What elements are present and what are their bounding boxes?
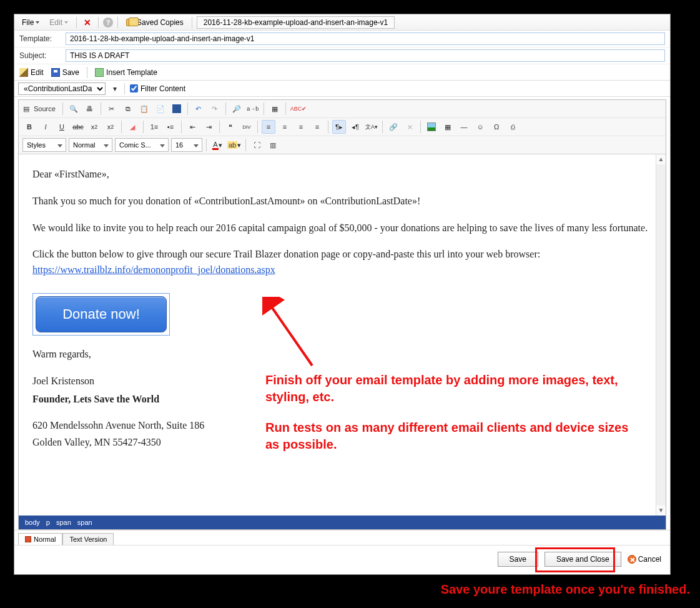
path-item[interactable]: span — [56, 519, 71, 526]
maximize-icon[interactable]: ⛶ — [250, 138, 264, 152]
email-body-editor[interactable]: ▲ ▼ Dear «FirstName», Thank you so much … — [19, 154, 666, 516]
ordered-list-icon[interactable]: 1≡ — [147, 120, 161, 134]
template-input[interactable] — [66, 32, 665, 45]
spellcheck-icon[interactable]: ABC✔ — [290, 102, 308, 116]
undo-icon[interactable]: ↶ — [192, 102, 205, 116]
file-menu-label: File — [22, 18, 34, 27]
rte-toolbar-row-2: B I U abc x2 x2 ◢ 1≡ •≡ ⇤ ⇥ ❝ DIV ≡ ≡ — [19, 117, 666, 136]
save-button[interactable]: Save — [51, 68, 79, 77]
align-right-icon[interactable]: ≡ — [294, 120, 308, 134]
insert-template-label: Insert Template — [106, 68, 157, 77]
cut-icon[interactable]: ✂ — [105, 102, 119, 116]
paste-word-icon[interactable] — [170, 102, 184, 116]
delete-icon[interactable]: ✕ — [81, 17, 94, 27]
separator — [187, 102, 188, 115]
filter-content-toggle[interactable]: Filter Content — [130, 84, 185, 93]
align-justify-icon[interactable]: ≡ — [310, 120, 324, 134]
italic-icon[interactable]: I — [39, 120, 52, 134]
edit-menu[interactable]: Edit — [46, 17, 72, 28]
page-break-icon[interactable]: ⎙ — [506, 120, 520, 134]
paste-icon[interactable]: 📋 — [137, 102, 151, 116]
language-icon[interactable]: 文A▾ — [365, 120, 378, 134]
superscript-icon[interactable]: x2 — [104, 120, 117, 134]
file-menu[interactable]: File — [18, 17, 43, 28]
cancel-button[interactable]: Cancel — [628, 555, 661, 564]
div-icon[interactable]: DIV — [240, 120, 254, 134]
bg-color-icon[interactable]: ab▾ — [227, 138, 242, 152]
replace-icon[interactable]: a→b — [246, 102, 260, 116]
table-icon[interactable]: ▦ — [441, 120, 455, 134]
select-all-icon[interactable]: ▦ — [268, 102, 282, 116]
merge-field-dropdown[interactable]: «ContributionLastDate — [18, 82, 106, 95]
donation-link[interactable]: https://www.trailblz.info/demononprofit_… — [32, 264, 275, 275]
strikethrough-icon[interactable]: abc — [71, 120, 85, 134]
rte-toolbar-row-3: Styles Normal Comic S... 16 A▾ ab▾ ⛶ ▥ — [19, 136, 666, 154]
paste-text-icon[interactable]: 📄 — [154, 102, 167, 116]
chevron-down-icon — [36, 21, 39, 24]
edit-menu-label: Edit — [49, 18, 62, 27]
scroll-down-icon[interactable]: ▼ — [656, 506, 666, 516]
find-icon[interactable]: 🔎 — [230, 102, 244, 116]
document-title-tab: 2016-11-28-kb-example-upload-and-insert-… — [197, 16, 395, 29]
email-closing: Warm regards, — [32, 347, 652, 362]
ltr-icon[interactable]: ¶▸ — [332, 120, 346, 134]
filter-content-checkbox[interactable] — [130, 84, 138, 92]
align-center-icon[interactable]: ≡ — [278, 120, 292, 134]
print-icon[interactable]: 🖶 — [83, 102, 97, 116]
font-combo[interactable]: Comic S... — [115, 138, 169, 152]
path-item[interactable]: span — [77, 519, 92, 526]
show-blocks-icon[interactable]: ▥ — [266, 138, 280, 152]
donate-image-selection[interactable]: Donate now! — [32, 293, 170, 336]
separator — [76, 17, 77, 28]
save-button[interactable]: Save — [498, 552, 538, 567]
separator — [87, 67, 87, 78]
underline-icon[interactable]: U — [55, 120, 69, 134]
path-item[interactable]: body — [25, 519, 40, 526]
edit-button[interactable]: Edit — [19, 68, 44, 77]
separator — [101, 102, 101, 115]
source-button[interactable]: ▤ Source — [22, 102, 59, 116]
donate-now-button[interactable]: Donate now! — [36, 296, 167, 332]
save-and-close-button[interactable]: Save and Close — [545, 552, 621, 567]
redo-icon[interactable]: ↷ — [208, 102, 222, 116]
insert-template-button[interactable]: Insert Template — [95, 68, 157, 77]
dialog-footer: Save Save and Close Cancel — [14, 545, 670, 574]
scrollbar[interactable]: ▲ ▼ — [656, 154, 666, 516]
subscript-icon[interactable]: x2 — [87, 120, 101, 134]
separator — [143, 121, 144, 133]
align-left-icon[interactable]: ≡ — [262, 120, 275, 134]
preview-icon[interactable]: 🔍 — [67, 102, 81, 116]
merge-field-dropdown-caret[interactable]: ▾ — [111, 82, 119, 96]
path-item[interactable]: p — [46, 519, 50, 526]
hr-icon[interactable]: — — [457, 120, 471, 134]
blockquote-icon[interactable]: ❝ — [224, 120, 237, 134]
unordered-list-icon[interactable]: •≡ — [164, 120, 177, 134]
link-icon[interactable]: 🔗 — [387, 120, 400, 134]
indent-icon[interactable]: ⇥ — [202, 120, 215, 134]
size-combo[interactable]: 16 — [171, 138, 202, 152]
eraser-icon[interactable]: ◢ — [126, 120, 139, 134]
bold-icon[interactable]: B — [22, 120, 36, 134]
folder-icon — [126, 19, 135, 26]
rte-toolbar-row-1: ▤ Source 🔍 🖶 ✂ ⧉ 📋 📄 ↶ ↷ 🔎 a→b ▦ — [19, 100, 666, 117]
outdent-icon[interactable]: ⇤ — [185, 120, 199, 134]
scroll-up-icon[interactable]: ▲ — [656, 154, 666, 164]
tab-text-version[interactable]: Text Version — [62, 533, 114, 545]
tab-normal[interactable]: Normal — [18, 533, 62, 545]
unlink-icon[interactable]: ⤫ — [403, 120, 417, 134]
styles-combo[interactable]: Styles — [22, 138, 66, 152]
text-color-icon[interactable]: A▾ — [210, 138, 224, 152]
special-char-icon[interactable]: Ω — [490, 120, 503, 134]
tab-normal-label: Normal — [34, 536, 56, 543]
copy-icon[interactable]: ⧉ — [121, 102, 135, 116]
action-toolbar: Edit Save Insert Template — [14, 64, 670, 81]
subject-input[interactable] — [66, 49, 665, 62]
smiley-icon[interactable]: ☺ — [473, 120, 487, 134]
help-icon[interactable]: ? — [103, 17, 113, 27]
image-icon[interactable] — [425, 120, 438, 134]
rtl-icon[interactable]: ◂¶ — [348, 120, 362, 134]
separator — [285, 102, 286, 115]
format-combo[interactable]: Normal — [69, 138, 112, 152]
saved-copies-button[interactable]: Saved Copies — [122, 17, 187, 28]
email-text: Click the button below to give through o… — [32, 249, 540, 259]
